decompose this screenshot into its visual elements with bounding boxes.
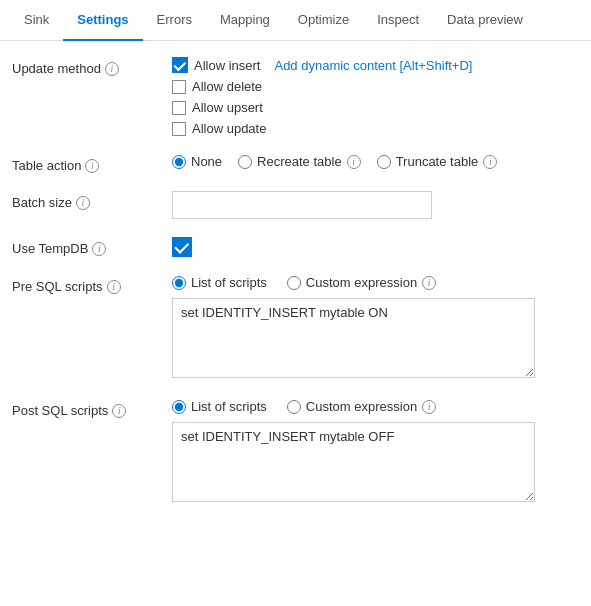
pre-sql-info-icon[interactable]: i [107, 280, 121, 294]
post-sql-scripts-wrapper: set IDENTITY_INSERT mytable OFF + 🗑 [172, 422, 575, 505]
table-action-recreate-label: Recreate table [257, 154, 342, 169]
tab-inspect[interactable]: Inspect [363, 0, 433, 41]
post-sql-textarea[interactable]: set IDENTITY_INSERT mytable OFF [172, 422, 535, 502]
pre-sql-list-option[interactable]: List of scripts [172, 275, 267, 290]
post-sql-scripts-control: List of scripts Custom expression i set … [172, 399, 575, 505]
table-action-none-label: None [191, 154, 222, 169]
update-method-info-icon[interactable]: i [105, 62, 119, 76]
tab-bar: Sink Settings Errors Mapping Optimize In… [0, 0, 591, 41]
use-tempdb-info-icon[interactable]: i [92, 242, 106, 256]
pre-sql-scripts-row: Pre SQL scripts i List of scripts Custom… [12, 275, 575, 381]
batch-size-input[interactable] [172, 191, 432, 219]
batch-size-label: Batch size i [12, 191, 172, 210]
recreate-table-info-icon[interactable]: i [347, 155, 361, 169]
allow-insert-row: Allow insert Add dynamic content [Alt+Sh… [172, 57, 575, 73]
post-sql-custom-radio[interactable] [287, 400, 301, 414]
pre-sql-custom-info-icon[interactable]: i [422, 276, 436, 290]
batch-size-info-icon[interactable]: i [76, 196, 90, 210]
use-tempdb-checkbox[interactable] [172, 237, 192, 257]
table-action-recreate[interactable]: Recreate table i [238, 154, 361, 169]
allow-insert-checkbox[interactable] [172, 57, 188, 73]
tab-mapping[interactable]: Mapping [206, 0, 284, 41]
tab-settings[interactable]: Settings [63, 0, 142, 41]
pre-sql-custom-radio[interactable] [287, 276, 301, 290]
use-tempdb-control [172, 237, 575, 257]
use-tempdb-row: Use TempDB i [12, 237, 575, 257]
allow-upsert-checkbox[interactable] [172, 101, 186, 115]
post-sql-info-icon[interactable]: i [112, 404, 126, 418]
add-dynamic-content-link[interactable]: Add dynamic content [Alt+Shift+D] [274, 58, 472, 73]
post-sql-custom-label: Custom expression [306, 399, 417, 414]
batch-size-control [172, 191, 575, 219]
pre-sql-custom-option[interactable]: Custom expression i [287, 275, 436, 290]
tab-sink[interactable]: Sink [10, 0, 63, 41]
table-action-label: Table action i [12, 154, 172, 173]
table-action-none-radio[interactable] [172, 155, 186, 169]
pre-sql-custom-label: Custom expression [306, 275, 417, 290]
tab-errors[interactable]: Errors [143, 0, 206, 41]
pre-sql-scripts-wrapper: set IDENTITY_INSERT mytable ON + 🗑 [172, 298, 575, 381]
post-sql-list-option[interactable]: List of scripts [172, 399, 267, 414]
pre-sql-textarea[interactable]: set IDENTITY_INSERT mytable ON [172, 298, 535, 378]
allow-delete-checkbox[interactable] [172, 80, 186, 94]
table-action-none[interactable]: None [172, 154, 222, 169]
allow-upsert-row: Allow upsert [172, 100, 575, 115]
post-sql-custom-info-icon[interactable]: i [422, 400, 436, 414]
pre-sql-scripts-label: Pre SQL scripts i [12, 275, 172, 294]
pre-sql-list-radio[interactable] [172, 276, 186, 290]
pre-sql-scripts-control: List of scripts Custom expression i set … [172, 275, 575, 381]
tab-data-preview[interactable]: Data preview [433, 0, 537, 41]
table-action-truncate-radio[interactable] [377, 155, 391, 169]
table-action-control: None Recreate table i Truncate table i [172, 154, 575, 169]
post-sql-radio-group: List of scripts Custom expression i [172, 399, 575, 414]
pre-sql-list-label: List of scripts [191, 275, 267, 290]
table-action-truncate-label: Truncate table [396, 154, 479, 169]
update-method-row: Update method i Allow insert Add dynamic… [12, 57, 575, 136]
allow-update-checkbox[interactable] [172, 122, 186, 136]
batch-size-row: Batch size i [12, 191, 575, 219]
post-sql-scripts-label: Post SQL scripts i [12, 399, 172, 418]
tab-optimize[interactable]: Optimize [284, 0, 363, 41]
allow-update-label: Allow update [192, 121, 266, 136]
truncate-table-info-icon[interactable]: i [483, 155, 497, 169]
post-sql-custom-option[interactable]: Custom expression i [287, 399, 436, 414]
update-method-control: Allow insert Add dynamic content [Alt+Sh… [172, 57, 575, 136]
allow-insert-label: Allow insert [194, 58, 260, 73]
use-tempdb-label: Use TempDB i [12, 237, 172, 256]
pre-sql-radio-group: List of scripts Custom expression i [172, 275, 575, 290]
allow-upsert-label: Allow upsert [192, 100, 263, 115]
table-action-recreate-radio[interactable] [238, 155, 252, 169]
table-action-truncate[interactable]: Truncate table i [377, 154, 498, 169]
allow-delete-label: Allow delete [192, 79, 262, 94]
post-sql-list-label: List of scripts [191, 399, 267, 414]
table-action-radio-group: None Recreate table i Truncate table i [172, 154, 575, 169]
table-action-info-icon[interactable]: i [85, 159, 99, 173]
allow-delete-row: Allow delete [172, 79, 575, 94]
allow-update-row: Allow update [172, 121, 575, 136]
post-sql-list-radio[interactable] [172, 400, 186, 414]
post-sql-scripts-row: Post SQL scripts i List of scripts Custo… [12, 399, 575, 505]
update-method-label: Update method i [12, 57, 172, 76]
table-action-row: Table action i None Recreate table i Tru… [12, 154, 575, 173]
settings-content: Update method i Allow insert Add dynamic… [0, 41, 591, 539]
